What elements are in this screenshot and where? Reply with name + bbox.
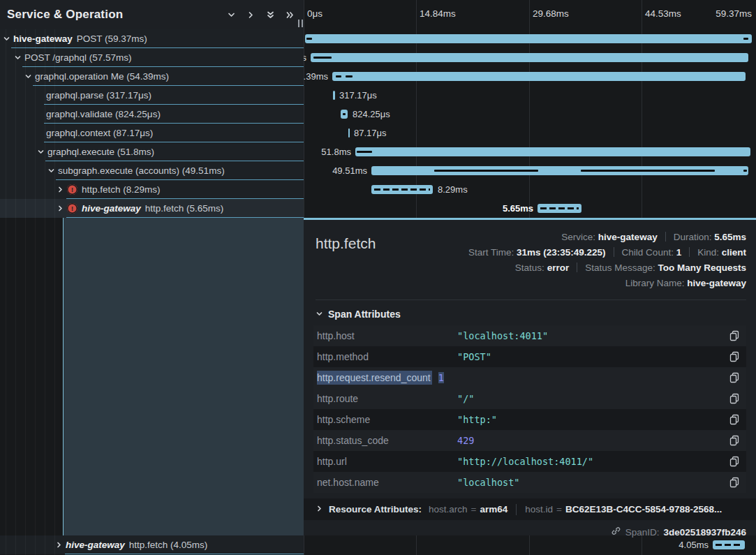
meta-label: Kind:	[697, 247, 719, 258]
span-bar[interactable]	[538, 204, 581, 213]
chevron-right-icon[interactable]	[55, 185, 65, 195]
span-bar-row[interactable]: 87.17μs	[304, 124, 756, 142]
span-bar-row[interactable]: 51.8ms	[304, 142, 756, 161]
span-bar[interactable]	[371, 185, 433, 194]
chevron-down-icon[interactable]	[13, 53, 22, 63]
copy-icon	[729, 354, 739, 364]
error-icon: !	[67, 184, 77, 195]
attr-value-selected: 1	[438, 372, 444, 383]
duration-label: 49.51ms	[332, 165, 367, 176]
collapse-one-button[interactable]	[221, 5, 241, 24]
span-bar-row[interactable]: 57.57ms	[304, 48, 756, 67]
chevron-down-icon[interactable]	[46, 166, 56, 176]
meta-value: error	[547, 262, 570, 273]
tree-row-graphql-operation-me[interactable]: graphql.operation Me (54.39ms)	[0, 67, 304, 86]
meta-label: Status Message:	[585, 262, 655, 273]
attr-row-http-request-resend-count: http.request.resend_count 1	[313, 367, 746, 388]
tree-row-graphql-execute[interactable]: graphql.execute (51.8ms)	[0, 142, 304, 161]
service-name: hive-gateway	[82, 203, 141, 214]
span-bar-row[interactable]: 317.17μs	[304, 86, 756, 105]
tree-row-graphql-context[interactable]: graphql.context (87.17μs)	[0, 124, 304, 142]
chevron-down-icon[interactable]	[23, 72, 33, 82]
tree-row-http-fetch-565-selected[interactable]: ! hive-gateway http.fetch (5.65ms)	[0, 199, 304, 218]
span-bar-row[interactable]: 8.29ms	[304, 180, 756, 199]
attr-row-http-host: http.host "localhost:4011"	[313, 325, 746, 346]
copy-icon	[729, 480, 739, 490]
chevron-down-icon[interactable]	[1, 34, 11, 44]
span-bar-row[interactable]: 49.51ms	[304, 161, 756, 180]
expand-one-button[interactable]	[241, 5, 260, 24]
tree-row-post-graphql[interactable]: POST /graphql (57.57ms)	[0, 48, 304, 67]
chevrons-down-icon	[266, 10, 275, 20]
meta-value: 31ms (23:35:49.225)	[517, 247, 606, 258]
span-bar[interactable]	[333, 91, 335, 100]
attr-key: http.url	[317, 456, 457, 467]
attr-row-http-status-code: http.status_code 429	[313, 430, 746, 451]
span-attributes-header[interactable]: Span Attributes	[316, 309, 756, 320]
chevron-down-icon[interactable]	[36, 147, 45, 157]
attr-key: http.host	[317, 330, 457, 341]
tree-row-http-fetch-405[interactable]: hive-gateway http.fetch (4.05ms)	[0, 535, 304, 554]
meta-line-3: Status: errorStatus Message: Too Many Re…	[376, 260, 746, 276]
collapse-all-button[interactable]	[260, 5, 280, 24]
span-bar-row[interactable]: 59.37ms	[304, 29, 756, 48]
meta-label: Status:	[515, 262, 544, 273]
span-bar[interactable]	[332, 72, 746, 81]
copy-button[interactable]	[729, 330, 739, 343]
span-bar[interactable]	[341, 110, 348, 119]
span-title: http.fetch	[316, 230, 376, 291]
span-bar[interactable]	[305, 34, 752, 43]
equals-sign: =	[471, 504, 477, 515]
expand-all-button[interactable]	[280, 5, 299, 24]
tree-row-hive-gateway-post[interactable]: hive-gateway POST (59.37ms)	[0, 29, 304, 48]
duration-label: 87.17μs	[354, 128, 387, 138]
meta-line-2: Start Time: 31ms (23:35:49.225)Child Cou…	[376, 245, 746, 260]
chevrons-right-icon	[286, 10, 295, 20]
attr-value: "http://localhost:4011/"	[457, 456, 593, 467]
panel-resize-handle[interactable]	[298, 20, 303, 27]
link-icon[interactable]	[611, 526, 621, 538]
copy-button[interactable]	[729, 414, 739, 427]
copy-button[interactable]	[729, 435, 739, 448]
copy-button[interactable]	[729, 351, 739, 364]
span-bar[interactable]	[371, 166, 748, 175]
resource-value: BC62E13B-C4CC-5854-9788-2568...	[565, 504, 722, 515]
copy-icon	[729, 375, 739, 385]
span-detail-panel: http.fetch Service: hive-gatewayDuration…	[304, 218, 756, 535]
attr-key: http.method	[317, 351, 457, 362]
operation-label: graphql.validate (824.25μs)	[46, 109, 161, 119]
tree-row-http-fetch-829[interactable]: ! http.fetch (8.29ms)	[0, 180, 304, 199]
span-bar-row[interactable]: 4.05ms	[304, 535, 756, 554]
chevron-right-icon[interactable]	[54, 540, 64, 550]
tick-label: 14.84ms	[420, 8, 456, 19]
tree-row-subgraph-execute[interactable]: subgraph.execute (accounts) (49.51ms)	[0, 161, 304, 180]
span-bar[interactable]	[311, 53, 748, 62]
operation-label: POST /graphql (57.57ms)	[24, 52, 132, 63]
copy-button[interactable]	[729, 456, 739, 469]
tick-label: 29.68ms	[533, 8, 569, 19]
span-tree-header: Service & Operation	[0, 0, 304, 29]
copy-button[interactable]	[729, 393, 739, 406]
copy-button[interactable]	[729, 372, 739, 385]
tree-row-graphql-validate[interactable]: graphql.validate (824.25μs)	[0, 105, 304, 124]
attr-key: http.scheme	[317, 414, 457, 425]
span-bar[interactable]	[348, 128, 350, 138]
operation-label: graphql.context (87.17μs)	[46, 128, 153, 138]
attr-value: "localhost"	[457, 477, 519, 488]
span-bar[interactable]	[355, 147, 750, 156]
chevron-right-icon[interactable]	[55, 204, 65, 214]
span-bar-row[interactable]: 824.25μs	[304, 105, 756, 124]
attr-key: net.host.name	[317, 477, 457, 488]
meta-label: Start Time:	[468, 247, 514, 258]
span-detail-left-fill	[63, 218, 304, 535]
span-bar-row-selected[interactable]: 5.65ms	[304, 199, 756, 218]
meta-label: Service:	[561, 232, 595, 242]
service-name: hive-gateway	[13, 34, 73, 44]
resource-attributes-row[interactable]: Resource Attributes: host.arch = arm64 h…	[304, 498, 756, 520]
copy-button[interactable]	[729, 477, 739, 490]
tree-row-graphql-parse[interactable]: graphql.parse (317.17μs)	[0, 86, 304, 105]
span-bar-row[interactable]: 54.39ms	[304, 67, 756, 86]
chevron-down-icon	[316, 309, 323, 320]
span-bar[interactable]	[713, 540, 745, 549]
divider	[316, 299, 746, 300]
